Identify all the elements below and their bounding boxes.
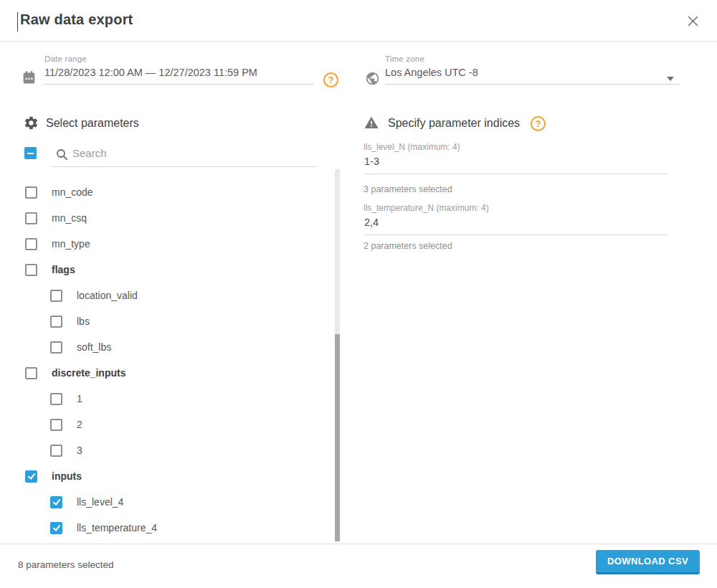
search-underline xyxy=(52,166,316,167)
download-csv-button[interactable]: DOWNLOAD CSV xyxy=(596,550,700,574)
search-input[interactable] xyxy=(71,146,289,160)
parameter-row[interactable]: discrete_inputs xyxy=(18,360,333,386)
gear-icon xyxy=(24,115,39,133)
parameter-label: lls_temperature_4 xyxy=(77,522,157,534)
parameter-row[interactable]: soft_lbs xyxy=(18,334,333,360)
lls-temperature-indices-label: lls_temperature_N (maximum: 4) xyxy=(364,203,668,213)
parameter-row[interactable]: mn_code xyxy=(18,179,333,205)
parameter-row[interactable]: location_valid xyxy=(18,283,333,308)
parameter-label: location_valid xyxy=(77,290,138,301)
footer-divider xyxy=(0,544,717,544)
parameter-checkbox[interactable] xyxy=(50,316,62,328)
chevron-down-icon[interactable] xyxy=(667,77,674,81)
parameter-row[interactable]: 3 xyxy=(18,437,333,463)
parameter-row[interactable]: mn_csq xyxy=(18,205,333,231)
calendar-icon xyxy=(22,70,37,88)
specify-indices-title: Specify parameter indices xyxy=(388,117,520,130)
parameter-list: mn_code mn_csq mn_type flags location_va… xyxy=(18,179,333,541)
parameter-checkbox[interactable] xyxy=(50,393,62,405)
parameter-label: 2 xyxy=(77,419,82,430)
parameter-label: mn_code xyxy=(52,186,93,198)
parameter-label: mn_type xyxy=(52,238,90,250)
parameter-row[interactable]: inputs xyxy=(18,463,333,489)
time-zone-label: Time zone xyxy=(385,54,680,63)
parameter-label: 3 xyxy=(77,445,82,456)
close-button[interactable] xyxy=(682,11,703,33)
time-zone-select[interactable]: Time zone Los Angeles UTC -8 xyxy=(385,54,680,85)
parameter-label: discrete_inputs xyxy=(52,367,125,379)
parameter-checkbox[interactable] xyxy=(25,264,37,276)
dialog-title: Raw data export xyxy=(20,11,133,28)
parameter-row[interactable]: 1 xyxy=(18,386,333,412)
date-range-value[interactable]: 11/28/2023 12:00 AM — 12/27/2023 11:59 P… xyxy=(44,67,314,84)
selected-parameters-status: 8 parameters selected xyxy=(18,559,114,570)
select-all-checkbox[interactable] xyxy=(24,147,37,159)
parameter-label: inputs xyxy=(52,470,82,482)
parameter-checkbox[interactable] xyxy=(25,367,37,379)
parameter-row[interactable]: lls_level_4 xyxy=(18,489,333,515)
parameter-row[interactable]: lbs xyxy=(18,308,333,334)
parameter-checkbox[interactable] xyxy=(50,445,62,457)
text-cursor-caret xyxy=(17,12,18,32)
raw-data-export-dialog: { "modal": { "title": "Raw data export" … xyxy=(0,0,717,588)
warning-icon xyxy=(364,115,379,133)
parameter-checkbox[interactable] xyxy=(50,341,62,354)
parameter-checkbox[interactable] xyxy=(25,186,37,199)
date-range-field[interactable]: Date range 11/28/2023 12:00 AM — 12/27/2… xyxy=(44,54,314,85)
parameter-label: mn_csq xyxy=(52,212,87,224)
parameter-label: soft_lbs xyxy=(77,341,111,353)
close-icon xyxy=(686,14,700,31)
header-divider xyxy=(0,41,717,42)
parameter-checkbox[interactable] xyxy=(50,419,62,431)
parameter-row[interactable]: lls_temperature_4 xyxy=(18,515,333,541)
time-zone-value[interactable]: Los Angeles UTC -8 xyxy=(385,67,680,84)
lls-temperature-indices-input[interactable] xyxy=(364,217,668,234)
lls-level-indices-label: lls_level_N (maximum: 4) xyxy=(364,142,668,152)
parameter-label: lls_level_4 xyxy=(77,496,123,508)
lls-level-indices-status: 3 parameters selected xyxy=(364,184,452,194)
select-parameters-title: Select parameters xyxy=(46,117,139,130)
globe-icon xyxy=(365,71,380,89)
lls-temperature-indices-status: 2 parameters selected xyxy=(364,241,452,251)
lls-level-indices-input[interactable] xyxy=(364,156,668,174)
parameter-checkbox[interactable] xyxy=(50,522,62,534)
parameter-checkbox[interactable] xyxy=(50,290,62,302)
parameter-checkbox[interactable] xyxy=(25,212,37,224)
lls-temperature-indices-field: lls_temperature_N (maximum: 4) xyxy=(364,203,668,235)
parameter-checkbox[interactable] xyxy=(25,238,37,250)
parameter-checkbox[interactable] xyxy=(50,496,62,508)
parameter-row[interactable]: 2 xyxy=(18,412,333,437)
parameter-label: lbs xyxy=(77,316,90,327)
parameter-row[interactable]: flags xyxy=(18,257,333,283)
lls-level-indices-field: lls_level_N (maximum: 4) xyxy=(364,142,668,174)
parameter-label: flags xyxy=(52,264,75,275)
date-range-help-icon[interactable]: ? xyxy=(323,72,338,87)
search-icon xyxy=(56,148,68,163)
date-range-label: Date range xyxy=(44,54,314,63)
scrollbar-thumb[interactable] xyxy=(335,334,340,541)
parameter-row[interactable]: mn_type xyxy=(18,231,333,257)
parameter-label: 1 xyxy=(77,393,82,404)
indices-help-icon[interactable]: ? xyxy=(531,116,546,131)
parameter-checkbox[interactable] xyxy=(25,470,37,483)
